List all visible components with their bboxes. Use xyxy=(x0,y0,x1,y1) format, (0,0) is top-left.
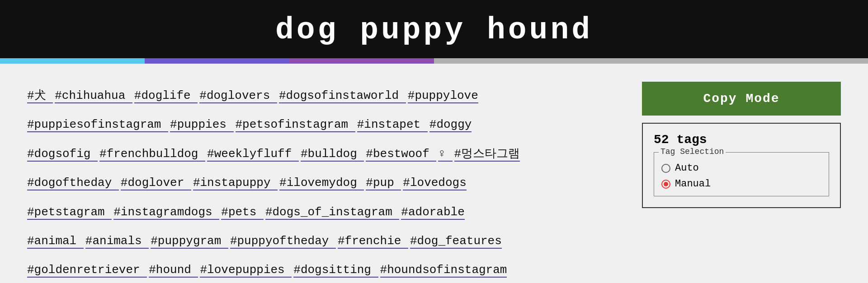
radio-circle-manual[interactable] xyxy=(661,180,670,189)
tag-item: #puppylove xyxy=(408,89,478,103)
tag-item: #lovedogs xyxy=(403,176,466,190)
tag-item: #puppyoftheday xyxy=(230,234,336,249)
tag-item: #puppiesofinstagram xyxy=(27,118,168,132)
tag-count-label: 52 tags xyxy=(654,133,829,147)
tag-item: #犬 xyxy=(27,89,53,103)
tag-item: #doggy xyxy=(429,118,472,132)
tag-item: #bulldog xyxy=(301,147,364,162)
tag-item: #goldenretriever xyxy=(27,263,147,278)
tag-item: #ilovemydog xyxy=(279,176,364,190)
tag-item: #frenchie xyxy=(338,234,408,249)
tag-item: #houndsofinstagram xyxy=(380,263,507,278)
radio-label-manual: Manual xyxy=(675,178,711,190)
tag-item: #puppies xyxy=(170,118,233,132)
tag-item: #pup xyxy=(366,176,401,190)
tag-item: #animal xyxy=(27,234,84,249)
tag-item: #dogsitting xyxy=(293,263,378,278)
tag-item: #weeklyfluff xyxy=(207,147,299,162)
tag-info-panel: 52 tags Tag Selection Auto Manual xyxy=(642,123,841,208)
right-panel: Copy Mode 52 tags Tag Selection Auto Man… xyxy=(642,82,841,283)
tag-item: #instagramdogs xyxy=(113,205,219,220)
tag-item: #pets xyxy=(221,205,264,220)
tag-item: #dogsofig xyxy=(27,147,98,162)
tag-item: #petsofinstagram xyxy=(236,118,355,132)
tag-selection-group: Tag Selection Auto Manual xyxy=(654,152,829,196)
tag-selection-legend: Tag Selection xyxy=(659,147,726,156)
tag-item: #dogsofinstaworld xyxy=(279,89,406,103)
radio-option-manual[interactable]: Manual xyxy=(661,178,821,190)
tag-item: #animals xyxy=(85,234,149,249)
main-content: #犬 #chihuahua #doglife #doglovers #dogso… xyxy=(0,64,868,283)
radio-option-auto[interactable]: Auto xyxy=(661,162,821,174)
tag-item: #hound xyxy=(149,263,198,278)
tags-section: #犬 #chihuahua #doglife #doglovers #dogso… xyxy=(27,82,624,283)
tag-item: #doglovers xyxy=(199,89,277,103)
tag-item: #chihuahua xyxy=(55,89,132,103)
bar-hound xyxy=(289,58,434,64)
tag-item: #bestwoof xyxy=(366,147,436,162)
tag-item: #instapet xyxy=(357,118,428,132)
tag-item: #dogs_of_instagram xyxy=(265,205,399,220)
tag-item: #lovepuppies xyxy=(200,263,292,278)
copy-mode-button[interactable]: Copy Mode xyxy=(642,82,841,116)
header-title: dog puppy hound xyxy=(0,13,868,47)
tag-item: #instapuppy xyxy=(193,176,278,190)
tag-item: #멍스타그램 xyxy=(454,147,520,162)
tag-item: #petstagram xyxy=(27,205,112,220)
radio-circle-auto[interactable] xyxy=(661,164,670,173)
color-bars xyxy=(0,58,868,64)
app-header: dog puppy hound xyxy=(0,0,868,58)
tag-item: #dogoftheday xyxy=(27,176,119,190)
tag-item: #dog_features xyxy=(410,234,502,249)
tag-item: #adorable xyxy=(401,205,464,220)
radio-label-auto: Auto xyxy=(675,162,699,174)
bar-dog xyxy=(0,58,145,64)
bar-puppy xyxy=(145,58,289,64)
tag-item: #frenchbulldog xyxy=(99,147,205,162)
tag-item: #doglife xyxy=(134,89,198,103)
bar-gray xyxy=(434,58,868,64)
tag-item: ♀ xyxy=(438,147,452,162)
tag-item: #doglover xyxy=(121,176,191,190)
tag-item: #puppygram xyxy=(151,234,228,249)
